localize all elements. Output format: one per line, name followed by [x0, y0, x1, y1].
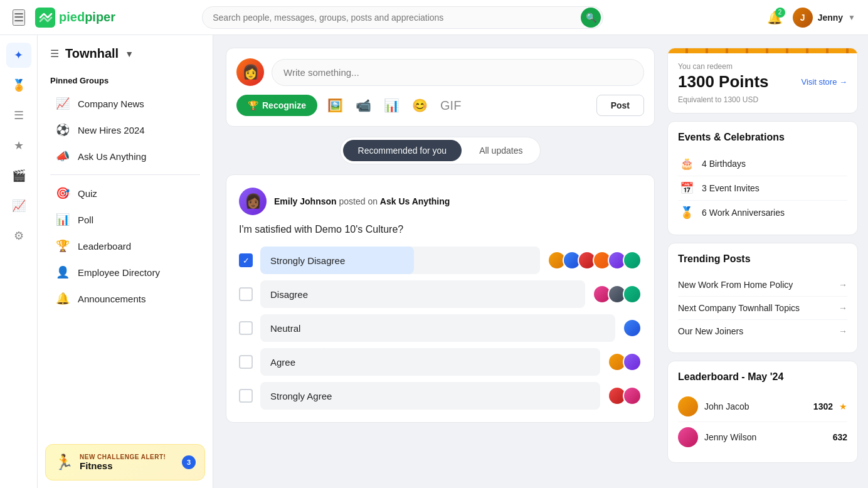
poll-option-strongly-agree: Strongly Agree	[239, 382, 642, 410]
rail-recognition-icon[interactable]: 🏅	[6, 73, 31, 98]
visit-store-button[interactable]: Visit store →	[802, 77, 847, 87]
rail-settings-icon[interactable]: ⚙	[6, 223, 31, 248]
rail-home-icon[interactable]: ✦	[6, 43, 31, 68]
composer-top: 👩	[236, 58, 644, 86]
work-anniversaries-item[interactable]: 🏅 6 Work Anniversaries	[678, 201, 847, 225]
post-button[interactable]: Post	[596, 95, 644, 116]
poll-bar-strongly-disagree: Strongly Disagree	[260, 247, 540, 274]
search-bar: 🔍	[202, 6, 603, 29]
sidebar-item-label: Quiz	[78, 188, 97, 199]
emoji-button[interactable]: 😊	[410, 95, 430, 115]
post-header: 👩🏾 Emily Johnson posted on Ask Us Anythi…	[239, 188, 642, 215]
leaderboard-points-john: 1302	[813, 401, 833, 411]
poll-bar-agree: Agree	[260, 348, 600, 376]
main-content: 👩 🏆 Recognize 🖼️ 📹 📊 😊 GIF Post Recommen…	[213, 35, 667, 488]
sidebar-item-quiz[interactable]: 🎯 Quiz	[43, 180, 208, 206]
voter-avatar	[623, 285, 642, 304]
event-invites-item[interactable]: 📅 3 Event Invites	[678, 176, 847, 201]
composer-text-input[interactable]	[272, 59, 644, 86]
work-anniversaries-icon: 🏅	[678, 206, 696, 220]
sidebar-bottom: 🏃 NEW CHALLENGE ALERT! Fitness 3	[38, 437, 213, 488]
challenge-icon: 🏃	[55, 454, 73, 471]
birthdays-item[interactable]: 🎂 4 Birthdays	[678, 152, 847, 176]
chart-button[interactable]: 📊	[381, 95, 402, 115]
rail-feed-icon[interactable]: ☰	[6, 103, 31, 128]
sidebar-dropdown-icon[interactable]: ▼	[125, 49, 134, 59]
trending-item-joiners[interactable]: Our New Joiners →	[678, 320, 847, 342]
sidebar-item-new-hires[interactable]: ⚽ New Hires 2024	[43, 117, 208, 143]
post-author: Emily Johnson	[274, 196, 337, 206]
trending-townhall-label: Next Company Townhall Topics	[678, 303, 800, 313]
right-panel: You can redeem 1300 Points Visit store →…	[667, 35, 868, 488]
voter-avatar	[623, 319, 642, 337]
trending-card: Trending Posts New Work From Home Policy…	[667, 243, 858, 353]
tab-recommended[interactable]: Recommended for you	[343, 140, 462, 161]
poll-checkbox-strongly-disagree[interactable]	[239, 253, 253, 267]
logo-text: piedpiper	[59, 10, 115, 24]
trending-item-townhall[interactable]: Next Company Townhall Topics →	[678, 297, 847, 320]
video-button[interactable]: 📹	[353, 95, 374, 115]
leaderboard-item-jenny[interactable]: Jenny Wilson 632	[678, 422, 847, 452]
rail-analytics-icon[interactable]: 📈	[6, 193, 31, 218]
quiz-icon: 🎯	[55, 186, 70, 200]
sidebar-item-announcements[interactable]: 🔔 Announcements	[43, 285, 208, 312]
leaderboard-item-john[interactable]: John Jacob 1302 ★	[678, 391, 847, 422]
composer-actions: 🏆 Recognize 🖼️ 📹 📊 😊 GIF Post	[236, 95, 644, 116]
sidebar-item-ask-us-anything[interactable]: 📣 Ask Us Anything	[43, 143, 208, 169]
sidebar-divider	[50, 174, 200, 175]
event-invites-icon: 📅	[678, 181, 696, 195]
employee-directory-icon: 👤	[55, 265, 70, 279]
recognize-button[interactable]: 🏆 Recognize	[236, 95, 317, 116]
sidebar-item-label: Poll	[78, 215, 93, 225]
notification-button[interactable]: 🔔 2	[767, 10, 783, 25]
post-group[interactable]: Ask Us Anything	[380, 196, 450, 206]
poll-checkbox-strongly-agree[interactable]	[239, 389, 253, 403]
pinned-groups-label: Pinned Groups	[38, 68, 213, 90]
sidebar-title: Townhall	[65, 46, 119, 61]
tab-all-updates[interactable]: All updates	[464, 140, 537, 161]
sidebar-item-employee-directory[interactable]: 👤 Employee Directory	[43, 259, 208, 285]
nav-right: 🔔 2 J Jenny ▼	[767, 8, 855, 28]
trending-title: Trending Posts	[678, 253, 847, 265]
poll-label-agree: Agree	[270, 357, 295, 368]
gif-button[interactable]: GIF	[438, 96, 463, 115]
points-card: You can redeem 1300 Points Visit store →…	[667, 48, 858, 114]
challenge-title: Fitness	[80, 460, 166, 471]
user-avatar: J	[793, 8, 813, 28]
challenge-card[interactable]: 🏃 NEW CHALLENGE ALERT! Fitness 3	[45, 444, 205, 480]
sidebar-item-leaderboard[interactable]: 🏆 Leaderboard	[43, 233, 208, 259]
image-button[interactable]: 🖼️	[325, 95, 346, 115]
user-menu-button[interactable]: J Jenny ▼	[793, 8, 855, 28]
voter-avatar	[623, 251, 642, 270]
sidebar-item-company-news[interactable]: 📈 Company News	[43, 90, 208, 117]
poll-option-agree: Agree	[239, 348, 642, 376]
sidebar-item-poll[interactable]: 📊 Poll	[43, 206, 208, 233]
hamburger-button[interactable]: ☰	[13, 9, 25, 26]
nav-left: ☰ piedpiper	[13, 8, 115, 28]
search-input[interactable]	[202, 6, 603, 29]
post-composer: 👩 🏆 Recognize 🖼️ 📹 📊 😊 GIF Post	[226, 48, 655, 127]
rail-favorites-icon[interactable]: ★	[6, 133, 31, 158]
poll-label-disagree: Disagree	[270, 289, 308, 300]
trending-arrow-icon: →	[839, 280, 847, 290]
notification-badge: 2	[775, 8, 785, 18]
search-button[interactable]: 🔍	[581, 8, 601, 28]
sidebar-menu-icon[interactable]: ☰	[50, 48, 59, 60]
poll-icon: 📊	[55, 213, 70, 226]
poll-voters-neutral	[623, 319, 642, 337]
poll-checkbox-agree[interactable]	[239, 355, 253, 369]
trending-item-wfh[interactable]: New Work From Home Policy →	[678, 273, 847, 297]
leaderboard-name-john: John Jacob	[704, 401, 807, 411]
events-card: Events & Celebrations 🎂 4 Birthdays 📅 3 …	[667, 121, 858, 235]
poll-checkbox-neutral[interactable]	[239, 321, 253, 335]
poll-voters-disagree	[593, 285, 642, 304]
logo: piedpiper	[35, 8, 115, 28]
rail-video-icon[interactable]: 🎬	[6, 163, 31, 188]
sidebar-item-label: Ask Us Anything	[78, 151, 146, 162]
sidebar: ☰ Townhall ▼ Pinned Groups 📈 Company New…	[38, 35, 213, 488]
poll-checkbox-disagree[interactable]	[239, 287, 253, 301]
poll-option-disagree: Disagree	[239, 280, 642, 308]
leaderboard-avatar-john	[678, 396, 698, 416]
challenge-alert-text: NEW CHALLENGE ALERT!	[80, 454, 166, 460]
leaderboard-star-icon: ★	[839, 401, 847, 411]
